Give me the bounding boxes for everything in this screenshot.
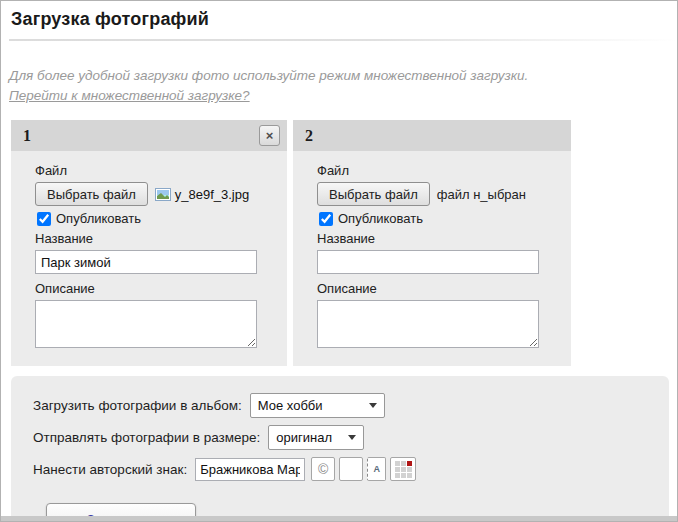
image-thumbnail-icon <box>155 188 171 201</box>
copyright-icon: © <box>318 462 328 476</box>
publish-label: Опубликовать <box>338 211 423 226</box>
file-label: Файл <box>35 162 263 179</box>
multi-upload-link[interactable]: Перейти к множественной загрузке? <box>9 86 250 106</box>
watermark-font-size-button[interactable]: A <box>367 457 386 481</box>
album-row: Загрузить фотографии в альбом: Мое хобби <box>33 393 669 418</box>
intro-block: Для более удобной загрузки фото использу… <box>9 66 669 106</box>
size-row: Отправлять фотографии в размере: оригина… <box>33 425 669 450</box>
panel-2-body: Файл Выбрать файл файл н_ыбран Опубликов… <box>293 151 571 366</box>
publish-checkbox[interactable] <box>37 212 51 226</box>
photo-upload-page: Загрузка фотографий Для более удобной за… <box>0 0 678 522</box>
photo-description-textarea[interactable] <box>317 300 539 348</box>
file-row: Выбрать файл y_8e9f_3.jpg <box>35 182 263 206</box>
size-select[interactable]: оригинал <box>268 425 364 450</box>
publish-row: Опубликовать <box>319 211 547 226</box>
description-label: Описание <box>317 280 547 297</box>
album-selected-value: Мое хобби <box>258 398 323 413</box>
photo-name-input[interactable] <box>35 250 257 274</box>
panel-1-header: 1 × <box>11 120 287 151</box>
photo-panel-1: 1 × Файл Выбрать файл y_8e9f_3.jpg <box>11 120 287 366</box>
album-label: Загрузить фотографии в альбом: <box>33 398 242 413</box>
page-title: Загрузка фотографий <box>11 9 677 30</box>
file-row: Выбрать файл файл н_ыбран <box>317 182 547 206</box>
chevron-down-icon <box>369 403 377 408</box>
panel-1-number: 1 <box>23 127 31 145</box>
watermark-position-button[interactable] <box>390 457 416 481</box>
file-status-text: файл н_ыбран <box>437 187 526 202</box>
watermark-label: Нанести авторский знак: <box>33 462 187 477</box>
file-name: y_8e9f_3.jpg <box>175 187 249 202</box>
close-panel-button[interactable]: × <box>259 125 280 146</box>
choose-file-button[interactable]: Выбрать файл <box>317 182 430 206</box>
photo-description-textarea[interactable] <box>35 300 257 348</box>
choose-file-button[interactable]: Выбрать файл <box>35 182 148 206</box>
bottom-scrollbar-track[interactable] <box>1 516 677 521</box>
panel-2-number: 2 <box>305 127 313 145</box>
publish-checkbox[interactable] <box>319 212 333 226</box>
size-selected-value: оригинал <box>276 430 332 445</box>
close-icon: × <box>266 129 274 142</box>
watermark-color-swatch-button[interactable] <box>339 457 363 481</box>
font-letter-icon: A <box>373 464 380 474</box>
file-label: Файл <box>317 162 547 179</box>
description-label: Описание <box>35 280 263 297</box>
panel-2-header: 2 <box>293 120 571 151</box>
watermark-copyright-button[interactable]: © <box>311 457 335 481</box>
photo-name-input[interactable] <box>317 250 539 274</box>
size-label: Отправлять фотографии в размере: <box>33 430 260 445</box>
intro-text: Для более удобной загрузки фото использу… <box>9 66 669 86</box>
name-label: Название <box>317 230 547 247</box>
publish-label: Опубликовать <box>56 211 141 226</box>
publish-row: Опубликовать <box>37 211 263 226</box>
position-grid-icon <box>395 461 412 478</box>
title-divider <box>9 39 677 41</box>
photo-panel-2: 2 Файл Выбрать файл файл н_ыбран Опублик… <box>293 120 571 366</box>
upload-settings-section: Загрузить фотографии в альбом: Мое хобби… <box>11 376 669 522</box>
panel-1-body: Файл Выбрать файл y_8e9f_3.jpg Опубликов… <box>11 151 287 366</box>
name-label: Название <box>35 230 263 247</box>
upload-panels: 1 × Файл Выбрать файл y_8e9f_3.jpg <box>11 120 677 366</box>
watermark-row: Нанести авторский знак: © A <box>33 457 669 481</box>
album-select[interactable]: Мое хобби <box>250 393 385 418</box>
watermark-text-input[interactable] <box>195 458 305 481</box>
chevron-down-icon <box>348 435 356 440</box>
